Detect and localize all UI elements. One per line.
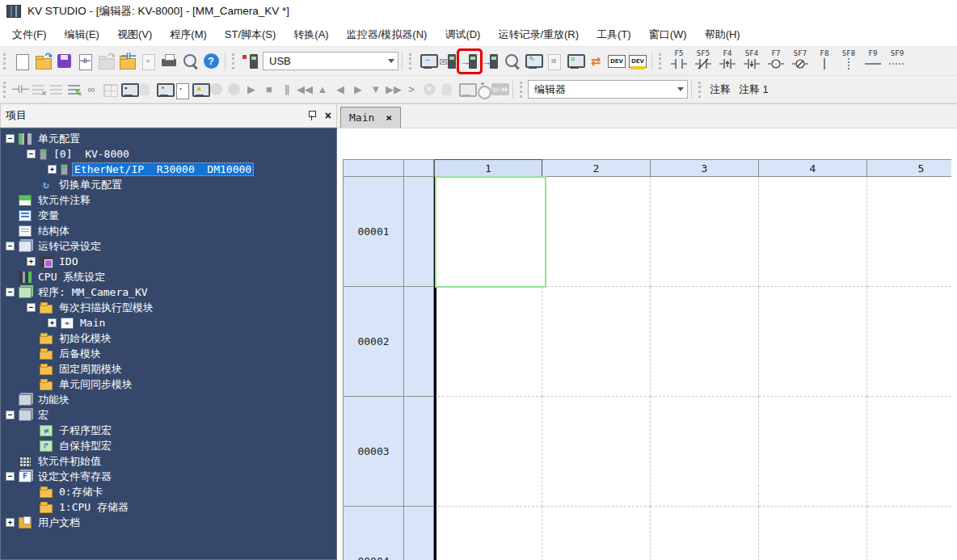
- collapse-icon[interactable]: −: [6, 242, 15, 251]
- collapse-icon[interactable]: −: [6, 411, 15, 419]
- grid-cell[interactable]: [542, 397, 651, 507]
- tree-item[interactable]: 结构体: [1, 223, 336, 238]
- grid-cell[interactable]: [651, 287, 759, 397]
- menu-item-11[interactable]: 帮助(H): [696, 23, 749, 46]
- menu-item-5[interactable]: 转换(A): [285, 23, 337, 46]
- tree-item[interactable]: 1:CPU 存储器: [1, 499, 336, 515]
- grid-row-number[interactable]: 00002: [343, 287, 404, 397]
- tree-item[interactable]: CPU 系统设定: [1, 269, 336, 284]
- grid-cell[interactable]: [759, 397, 867, 507]
- tree-item[interactable]: 固定周期模块: [1, 361, 336, 377]
- connection-select[interactable]: USB: [263, 52, 398, 70]
- tree-item[interactable]: −宏: [1, 407, 336, 423]
- grid-cell[interactable]: [759, 507, 867, 560]
- tree-item[interactable]: +用户文档: [1, 515, 336, 530]
- grid-cell[interactable]: [542, 177, 651, 287]
- monitor-transfer-icon[interactable]: →: [417, 51, 438, 72]
- grid-row-number[interactable]: 00001: [343, 177, 404, 287]
- grid-column-header[interactable]: 4: [759, 159, 867, 177]
- fkey-sf9-button[interactable]: SF9: [885, 49, 909, 74]
- program-verify-icon[interactable]: [501, 51, 522, 72]
- tree-item[interactable]: 自保持型宏: [1, 438, 336, 453]
- grid-column-header[interactable]: 2: [542, 159, 651, 177]
- collapse-icon[interactable]: −: [6, 288, 15, 297]
- grid-cell[interactable]: [759, 177, 867, 287]
- grid-cell[interactable]: [759, 287, 867, 397]
- monitor-mode-icon[interactable]: ≡: [564, 51, 585, 72]
- pin-icon[interactable]: [307, 110, 317, 121]
- grid-cell[interactable]: [651, 177, 759, 287]
- dev-icon[interactable]: [606, 51, 627, 72]
- write-to-plc-icon[interactable]: →: [459, 51, 480, 72]
- grid-cell[interactable]: [651, 397, 759, 507]
- grid-cell[interactable]: [434, 287, 542, 397]
- dev-monitor-icon[interactable]: [627, 51, 648, 72]
- fkey-f8-button[interactable]: F8: [812, 49, 837, 74]
- print-preview-icon[interactable]: [179, 51, 200, 72]
- tree-item[interactable]: 0:存储卡: [1, 484, 336, 499]
- close-panel-icon[interactable]: ×: [325, 110, 331, 121]
- tree-item[interactable]: −单元配置: [1, 131, 336, 146]
- collapse-icon[interactable]: −: [27, 303, 36, 312]
- fkey-sf4-button[interactable]: SF4: [740, 49, 764, 74]
- expand-icon[interactable]: +: [27, 257, 36, 266]
- tree-item[interactable]: 功能块: [1, 392, 336, 407]
- comment-set-value[interactable]: 注释 1: [739, 82, 769, 97]
- menu-item-6[interactable]: 监控器/模拟器(N): [338, 23, 436, 46]
- fkey-sf7-button[interactable]: SF7: [788, 49, 812, 74]
- menu-item-0[interactable]: 文件(F): [3, 23, 56, 46]
- expand-icon[interactable]: +: [6, 518, 15, 527]
- grid-row-number[interactable]: 00003: [343, 397, 404, 507]
- tree-item[interactable]: 变量: [1, 208, 336, 223]
- save-ladder-icon[interactable]: ⊣⊢: [74, 51, 95, 72]
- fkey-sf8-button[interactable]: SF8: [837, 49, 861, 74]
- expand-icon[interactable]: +: [48, 318, 57, 327]
- grid-cell[interactable]: [542, 287, 651, 397]
- menu-item-9[interactable]: 工具(T): [588, 23, 640, 46]
- grid-cell[interactable]: [867, 397, 951, 507]
- fkey-f4-button[interactable]: F4: [715, 49, 740, 74]
- grid-column-header[interactable]: 3: [651, 159, 759, 177]
- tree-item[interactable]: 软元件初始值: [1, 453, 336, 469]
- grid-cell[interactable]: [542, 507, 651, 560]
- tree-item[interactable]: −设定文件寄存器: [1, 469, 336, 484]
- page-stopwatch-icon[interactable]: ◔: [171, 80, 189, 99]
- grid-column-header[interactable]: 5: [867, 159, 951, 177]
- grid-cell[interactable]: [434, 397, 542, 507]
- selected-cell[interactable]: [435, 176, 546, 288]
- read-from-plc-icon[interactable]: →: [480, 51, 501, 72]
- monitor-save-icon[interactable]: ▪: [118, 80, 136, 99]
- grid-cell[interactable]: [867, 287, 951, 397]
- tree-item[interactable]: 单元间同步模块: [1, 377, 336, 392]
- tree-item[interactable]: −每次扫描执行型模块: [1, 300, 336, 315]
- grid-cell[interactable]: [867, 177, 951, 287]
- import-ladder-icon[interactable]: ⊣⊢: [116, 51, 137, 72]
- sync-transfer-icon[interactable]: ⇄: [585, 51, 606, 72]
- menu-item-4[interactable]: ST/脚本(S): [216, 23, 285, 46]
- grid-cell[interactable]: [434, 507, 542, 560]
- tree-item[interactable]: −运转记录设定: [1, 238, 336, 254]
- expand-icon[interactable]: +: [48, 165, 57, 174]
- collapse-icon[interactable]: −: [6, 134, 15, 143]
- tree-item[interactable]: 切换单元配置: [1, 177, 336, 192]
- monitor-stopwatch-icon[interactable]: ◔: [154, 80, 171, 99]
- new-project-icon[interactable]: [11, 51, 32, 72]
- tree-item[interactable]: −[0] KV-8000: [1, 146, 336, 162]
- print-icon[interactable]: [158, 51, 179, 72]
- save-project-icon[interactable]: [53, 51, 74, 72]
- grid-row-number[interactable]: 00004: [343, 507, 404, 560]
- tree-item[interactable]: +Main: [1, 315, 336, 331]
- menu-item-8[interactable]: 运转记录/重放(R): [489, 23, 588, 46]
- fkey-f7-button[interactable]: F7: [764, 49, 788, 74]
- tree-item[interactable]: +IDO: [1, 254, 336, 269]
- tree-item[interactable]: 初始化模块: [1, 331, 336, 346]
- comm-settings-icon[interactable]: [240, 51, 261, 72]
- tree-item[interactable]: +EtherNet/IP R30000 DM10000: [1, 162, 336, 177]
- edit-comment-icon[interactable]: ✎: [65, 80, 82, 99]
- collapse-icon[interactable]: −: [6, 472, 15, 481]
- tree-item[interactable]: 后备模块: [1, 346, 336, 361]
- fkey-sf5-button[interactable]: SF5: [691, 49, 715, 74]
- fkey-f5-button[interactable]: F5: [667, 49, 691, 74]
- menu-item-2[interactable]: 视图(V): [108, 23, 161, 46]
- grid-cell[interactable]: [651, 507, 759, 560]
